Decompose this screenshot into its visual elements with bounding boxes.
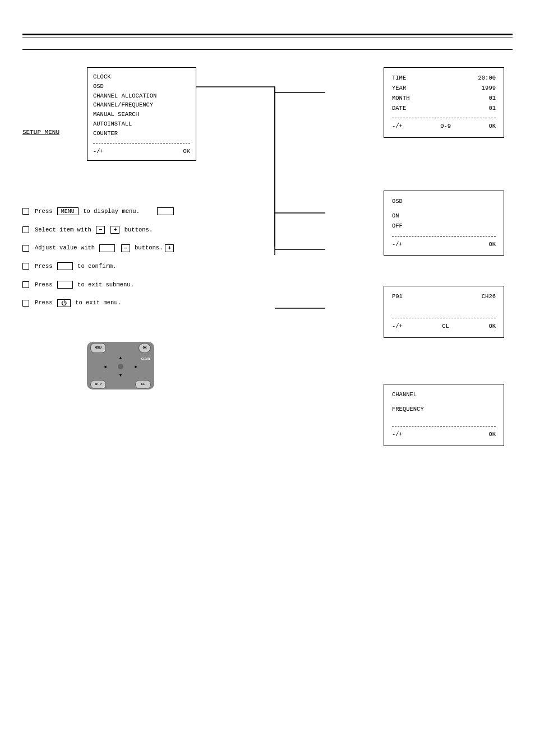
ch-freq-frequency: FREQUENCY — [392, 405, 496, 415]
desc-item-1-icon — [22, 208, 29, 215]
plus-btn-2: + — [165, 244, 174, 252]
clock-month-label: MONTH — [392, 94, 410, 104]
osd-on: ON — [392, 211, 496, 221]
menu-item-counter[interactable]: COUNTER — [93, 129, 190, 138]
ch-freq-footer-minus-plus: -/+ — [392, 430, 403, 440]
desc-item-4: Press to confirm. — [22, 262, 175, 271]
desc-item-2: Select item with − + buttons. — [22, 226, 175, 234]
svg-line-8 — [275, 347, 325, 406]
remote-left-btn[interactable]: ◄ — [104, 364, 107, 369]
menu-item-autoinstall[interactable]: AUTOINSTALL — [93, 119, 190, 129]
remote-menu-btn[interactable]: MENU — [90, 343, 106, 353]
ch-alloc-ch26: CH26 — [482, 292, 496, 302]
menu-box: CLOCK OSD CHANNEL ALLOCATION CHANNEL/FRE… — [87, 67, 196, 161]
menu-footer: -/+ OK — [93, 147, 190, 156]
clock-date-label: DATE — [392, 104, 406, 114]
setup-menu-title: SETUP MENU — [22, 129, 59, 136]
osd-footer-ok: OK — [488, 240, 496, 250]
remote-nav-center: ◄ ▲ ► ▼ — [104, 355, 137, 378]
clock-time-label: TIME — [392, 73, 406, 84]
remote-bottom-row: SP.P CL — [90, 380, 151, 389]
clock-divider — [392, 118, 496, 118]
remote-top-row: MENU OK — [90, 343, 151, 353]
menu-key-box: MENU — [57, 207, 79, 215]
ch-freq-divider — [392, 426, 496, 426]
osd-title: OSD — [392, 197, 496, 207]
desc-item-5: Press to exit submenu. — [22, 281, 175, 289]
ch-alloc-screen-box: P01 CH26 -/+ CL OK — [384, 286, 504, 338]
menu-item-manual-search[interactable]: MANUAL SEARCH — [93, 110, 190, 119]
clock-month-row: MONTH 01 — [392, 94, 496, 104]
remote-nav: ◄ ▲ ► ▼ — [104, 355, 137, 378]
adj-minus-btn: − — [121, 244, 130, 252]
clock-year-value: 1999 — [482, 84, 496, 94]
adj-box1 — [99, 244, 115, 252]
ch-alloc-footer: -/+ CL OK — [392, 322, 496, 332]
header-bottom-line — [22, 38, 513, 38]
ch-freq-footer: -/+ OK — [392, 430, 496, 440]
ch-alloc-footer-minus-plus: -/+ — [392, 322, 403, 332]
cl-key-box — [57, 281, 73, 289]
clock-footer-minus-plus: -/+ — [392, 122, 403, 132]
remote-up-btn[interactable]: ▲ — [119, 355, 122, 360]
menu-item-osd[interactable]: OSD — [93, 82, 190, 91]
ch-freq-screen-box: CHANNEL FREQUENCY -/+ OK — [384, 384, 504, 446]
clock-time-row: TIME 20:00 — [392, 73, 496, 84]
minus-btn: − — [96, 226, 105, 234]
clock-time-value: 20:00 — [478, 73, 496, 84]
plus-btn: + — [110, 226, 119, 234]
remote-right-btn[interactable]: ► — [135, 364, 137, 369]
power-key-box: ⏻ — [57, 299, 71, 307]
clock-year-label: YEAR — [392, 84, 406, 94]
desc-item-4-text: Press to confirm. — [35, 262, 175, 271]
clock-footer-ok: OK — [488, 122, 496, 132]
clock-date-row: DATE 01 — [392, 104, 496, 114]
desc-item-3-text: Adjust value with − buttons. — [35, 244, 163, 252]
ch-alloc-footer-ok: OK — [488, 322, 496, 332]
remote-spp-btn[interactable]: SP.P — [90, 380, 106, 389]
menu-footer-minus-plus: -/+ — [93, 147, 104, 156]
ok-key-box — [57, 262, 73, 270]
left-section: SETUP MENU — [22, 129, 59, 146]
menu-item-channel-frequency[interactable]: CHANNEL/FREQUENCY — [93, 100, 190, 110]
ch-alloc-footer-cl: CL — [442, 322, 449, 332]
header-sub-line — [22, 49, 513, 50]
remote-control: MENU OK ◄ ▲ ► ▼ CLEAR — [87, 342, 154, 389]
desc-item-3-icon — [22, 245, 29, 252]
desc-item-1: Press MENU to display menu. — [22, 207, 175, 216]
osd-divider — [392, 236, 496, 236]
desc-item-6-icon — [22, 300, 29, 307]
osd-footer: -/+ OK — [392, 240, 496, 250]
desc-item-1-text: Press MENU to display menu. — [35, 207, 156, 216]
desc-item-5-icon — [22, 281, 29, 288]
desc-item-2-text: Select item with − + buttons. — [35, 226, 175, 234]
remote-clear-label: CLEAR — [141, 358, 150, 361]
menu-divider — [93, 143, 190, 143]
menu-item-channel-allocation[interactable]: CHANNEL ALLOCATION — [93, 91, 190, 101]
clock-footer-0-9: 0-9 — [440, 122, 451, 132]
clock-date-value: 01 — [488, 104, 496, 114]
clock-screen-box: TIME 20:00 YEAR 1999 MONTH 01 DATE 01 -/… — [384, 67, 504, 138]
clock-footer: -/+ 0-9 OK — [392, 122, 496, 132]
desc-item-6: Press ⏻ to exit menu. — [22, 299, 175, 307]
clock-month-value: 01 — [488, 94, 496, 104]
clock-year-row: YEAR 1999 — [392, 84, 496, 94]
header-top-line — [22, 34, 513, 35]
remote-cl-btn[interactable]: CL — [135, 380, 151, 389]
desc-item-4-icon — [22, 263, 29, 270]
menu-item-clock[interactable]: CLOCK — [93, 72, 190, 82]
ch-freq-footer-ok: OK — [488, 430, 496, 440]
menu-items: CLOCK OSD CHANNEL ALLOCATION CHANNEL/FRE… — [93, 72, 190, 138]
remote-control-area: MENU OK ◄ ▲ ► ▼ CLEAR — [87, 342, 160, 392]
osd-off: OFF — [392, 221, 496, 231]
remote-ok-btn[interactable]: OK — [139, 343, 151, 353]
ch-freq-channel: CHANNEL — [392, 390, 496, 400]
desc-item-6-text: Press ⏻ to exit menu. — [35, 299, 175, 307]
desc-items: Press MENU to display menu. Select item … — [22, 207, 175, 317]
remote-down-btn[interactable]: ▼ — [119, 373, 122, 378]
remote-center-dot — [118, 364, 123, 369]
menu-footer-ok: OK — [183, 147, 190, 156]
ch-alloc-row: P01 CH26 — [392, 292, 496, 302]
ch-alloc-p01: P01 — [392, 292, 403, 302]
osd-screen-box: OSD ON OFF -/+ OK — [384, 191, 504, 256]
